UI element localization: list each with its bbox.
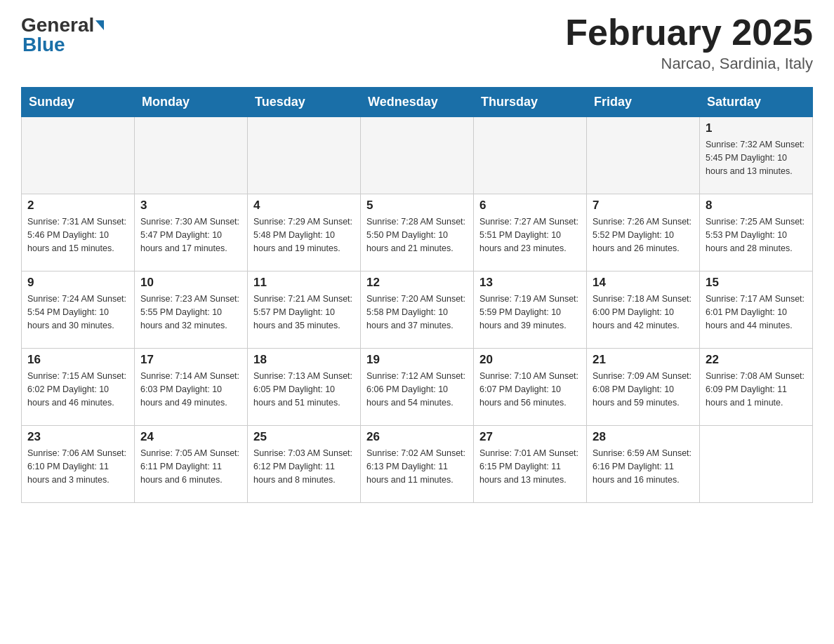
calendar-day-cell: 6Sunrise: 7:27 AM Sunset: 5:51 PM Daylig…: [474, 194, 587, 271]
calendar-day-cell: 19Sunrise: 7:12 AM Sunset: 6:06 PM Dayli…: [361, 349, 474, 426]
day-detail: Sunrise: 7:25 AM Sunset: 5:53 PM Dayligh…: [706, 215, 807, 255]
calendar-day-cell: 10Sunrise: 7:23 AM Sunset: 5:55 PM Dayli…: [135, 271, 248, 349]
day-number: 21: [593, 353, 694, 367]
day-number: 18: [253, 353, 355, 367]
calendar-day-cell: [474, 117, 587, 194]
day-detail: Sunrise: 7:06 AM Sunset: 6:10 PM Dayligh…: [27, 447, 128, 486]
day-detail: Sunrise: 7:15 AM Sunset: 6:02 PM Dayligh…: [27, 370, 128, 409]
calendar-day-cell: 11Sunrise: 7:21 AM Sunset: 5:57 PM Dayli…: [248, 271, 361, 349]
day-detail: Sunrise: 7:17 AM Sunset: 6:01 PM Dayligh…: [706, 293, 807, 332]
day-number: 19: [366, 353, 468, 367]
day-detail: Sunrise: 7:18 AM Sunset: 6:00 PM Dayligh…: [593, 293, 694, 332]
day-number: 12: [366, 276, 468, 290]
day-detail: Sunrise: 7:30 AM Sunset: 5:47 PM Dayligh…: [140, 215, 241, 255]
day-detail: Sunrise: 7:05 AM Sunset: 6:11 PM Dayligh…: [140, 447, 241, 486]
day-detail: Sunrise: 6:59 AM Sunset: 6:16 PM Dayligh…: [593, 447, 694, 486]
day-detail: Sunrise: 7:32 AM Sunset: 5:45 PM Dayligh…: [706, 138, 807, 177]
day-detail: Sunrise: 7:26 AM Sunset: 5:52 PM Dayligh…: [593, 215, 694, 255]
day-detail: Sunrise: 7:24 AM Sunset: 5:54 PM Dayligh…: [27, 293, 128, 332]
calendar-day-cell: [135, 117, 248, 194]
day-detail: Sunrise: 7:03 AM Sunset: 6:12 PM Dayligh…: [253, 447, 355, 486]
day-detail: Sunrise: 7:19 AM Sunset: 5:59 PM Dayligh…: [479, 293, 581, 332]
calendar-day-cell: 4Sunrise: 7:29 AM Sunset: 5:48 PM Daylig…: [248, 194, 361, 271]
logo-arrow-icon: [95, 20, 104, 30]
day-number: 2: [27, 199, 128, 213]
calendar-day-cell: 13Sunrise: 7:19 AM Sunset: 5:59 PM Dayli…: [474, 271, 587, 349]
day-of-week-header: Tuesday: [248, 88, 361, 117]
day-detail: Sunrise: 7:13 AM Sunset: 6:05 PM Dayligh…: [253, 370, 355, 409]
calendar-day-cell: 16Sunrise: 7:15 AM Sunset: 6:02 PM Dayli…: [22, 349, 135, 426]
day-number: 8: [706, 199, 807, 213]
day-number: 13: [479, 276, 581, 290]
calendar-day-cell: [22, 117, 135, 194]
day-number: 4: [253, 199, 355, 213]
calendar-day-cell: [700, 426, 813, 503]
day-number: 10: [140, 276, 241, 290]
calendar-day-cell: 2Sunrise: 7:31 AM Sunset: 5:46 PM Daylig…: [22, 194, 135, 271]
day-detail: Sunrise: 7:14 AM Sunset: 6:03 PM Dayligh…: [140, 370, 241, 409]
day-of-week-header: Wednesday: [361, 88, 474, 117]
logo: General Blue: [21, 14, 105, 56]
day-detail: Sunrise: 7:12 AM Sunset: 6:06 PM Dayligh…: [366, 370, 468, 409]
day-number: 16: [27, 353, 128, 367]
calendar-table: SundayMondayTuesdayWednesdayThursdayFrid…: [21, 87, 813, 503]
day-detail: Sunrise: 7:27 AM Sunset: 5:51 PM Dayligh…: [479, 215, 581, 255]
calendar-header-row: SundayMondayTuesdayWednesdayThursdayFrid…: [22, 88, 813, 117]
day-detail: Sunrise: 7:29 AM Sunset: 5:48 PM Dayligh…: [253, 215, 355, 255]
day-detail: Sunrise: 7:20 AM Sunset: 5:58 PM Dayligh…: [366, 293, 468, 332]
title-block: February 2025 Narcao, Sardinia, Italy: [565, 14, 813, 73]
day-number: 17: [140, 353, 241, 367]
calendar-day-cell: 12Sunrise: 7:20 AM Sunset: 5:58 PM Dayli…: [361, 271, 474, 349]
day-number: 24: [140, 430, 241, 444]
calendar-day-cell: 9Sunrise: 7:24 AM Sunset: 5:54 PM Daylig…: [22, 271, 135, 349]
logo-blue-text: Blue: [21, 34, 65, 56]
day-number: 5: [366, 199, 468, 213]
day-of-week-header: Monday: [135, 88, 248, 117]
day-number: 20: [479, 353, 581, 367]
calendar-day-cell: 27Sunrise: 7:01 AM Sunset: 6:15 PM Dayli…: [474, 426, 587, 503]
day-detail: Sunrise: 7:10 AM Sunset: 6:07 PM Dayligh…: [479, 370, 581, 409]
day-detail: Sunrise: 7:23 AM Sunset: 5:55 PM Dayligh…: [140, 293, 241, 332]
day-detail: Sunrise: 7:31 AM Sunset: 5:46 PM Dayligh…: [27, 215, 128, 255]
day-detail: Sunrise: 7:28 AM Sunset: 5:50 PM Dayligh…: [366, 215, 468, 255]
calendar-week-row: 2Sunrise: 7:31 AM Sunset: 5:46 PM Daylig…: [22, 194, 813, 271]
day-number: 22: [706, 353, 807, 367]
day-number: 23: [27, 430, 128, 444]
calendar-day-cell: 18Sunrise: 7:13 AM Sunset: 6:05 PM Dayli…: [248, 349, 361, 426]
day-detail: Sunrise: 7:21 AM Sunset: 5:57 PM Dayligh…: [253, 293, 355, 332]
day-number: 14: [593, 276, 694, 290]
day-number: 1: [706, 121, 807, 135]
day-number: 3: [140, 199, 241, 213]
calendar-week-row: 23Sunrise: 7:06 AM Sunset: 6:10 PM Dayli…: [22, 426, 813, 503]
calendar-day-cell: 25Sunrise: 7:03 AM Sunset: 6:12 PM Dayli…: [248, 426, 361, 503]
day-detail: Sunrise: 7:01 AM Sunset: 6:15 PM Dayligh…: [479, 447, 581, 486]
day-number: 28: [593, 430, 694, 444]
month-year-title: February 2025: [565, 14, 813, 51]
calendar-week-row: 1Sunrise: 7:32 AM Sunset: 5:45 PM Daylig…: [22, 117, 813, 194]
day-of-week-header: Thursday: [474, 88, 587, 117]
day-number: 6: [479, 199, 581, 213]
calendar-day-cell: 1Sunrise: 7:32 AM Sunset: 5:45 PM Daylig…: [700, 117, 813, 194]
calendar-week-row: 16Sunrise: 7:15 AM Sunset: 6:02 PM Dayli…: [22, 349, 813, 426]
day-number: 15: [706, 276, 807, 290]
calendar-day-cell: 7Sunrise: 7:26 AM Sunset: 5:52 PM Daylig…: [587, 194, 700, 271]
calendar-day-cell: 23Sunrise: 7:06 AM Sunset: 6:10 PM Dayli…: [22, 426, 135, 503]
day-detail: Sunrise: 7:09 AM Sunset: 6:08 PM Dayligh…: [593, 370, 694, 409]
day-number: 9: [27, 276, 128, 290]
calendar-day-cell: 28Sunrise: 6:59 AM Sunset: 6:16 PM Dayli…: [587, 426, 700, 503]
calendar-day-cell: [248, 117, 361, 194]
day-of-week-header: Sunday: [22, 88, 135, 117]
location-subtitle: Narcao, Sardinia, Italy: [565, 55, 813, 73]
calendar-day-cell: 5Sunrise: 7:28 AM Sunset: 5:50 PM Daylig…: [361, 194, 474, 271]
calendar-day-cell: 20Sunrise: 7:10 AM Sunset: 6:07 PM Dayli…: [474, 349, 587, 426]
calendar-day-cell: 8Sunrise: 7:25 AM Sunset: 5:53 PM Daylig…: [700, 194, 813, 271]
day-number: 25: [253, 430, 355, 444]
calendar-day-cell: 26Sunrise: 7:02 AM Sunset: 6:13 PM Dayli…: [361, 426, 474, 503]
calendar-day-cell: [361, 117, 474, 194]
day-detail: Sunrise: 7:02 AM Sunset: 6:13 PM Dayligh…: [366, 447, 468, 486]
calendar-day-cell: [587, 117, 700, 194]
day-number: 11: [253, 276, 355, 290]
calendar-day-cell: 17Sunrise: 7:14 AM Sunset: 6:03 PM Dayli…: [135, 349, 248, 426]
calendar-day-cell: 21Sunrise: 7:09 AM Sunset: 6:08 PM Dayli…: [587, 349, 700, 426]
calendar-day-cell: 22Sunrise: 7:08 AM Sunset: 6:09 PM Dayli…: [700, 349, 813, 426]
